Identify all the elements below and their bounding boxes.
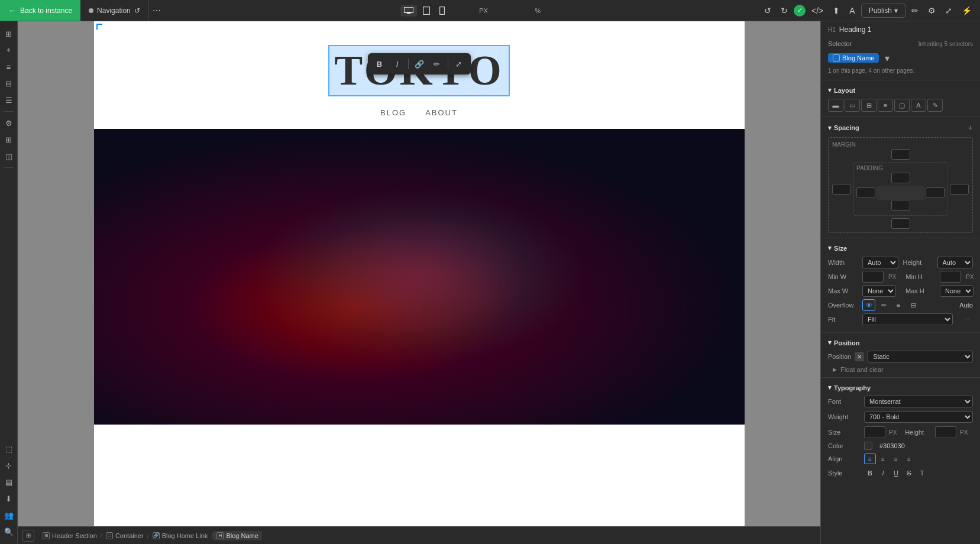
min-h-input[interactable]: 0 (940, 271, 961, 283)
display-custom-button[interactable]: ✎ (927, 99, 943, 112)
padding-label: PADDING (856, 165, 945, 171)
bold-format-button[interactable]: B (371, 56, 388, 72)
width-select[interactable]: Auto (862, 257, 898, 268)
position-x-badge[interactable]: ✕ (855, 352, 864, 361)
blog-nav-link[interactable]: BLOG (380, 108, 406, 117)
style-bold-button[interactable]: B (864, 468, 876, 478)
expand-format-button[interactable]: ⤢ (451, 56, 467, 72)
margin-top-input[interactable]: 0 (891, 149, 910, 160)
sidebar-icon-cursor[interactable]: ⊹ (1, 458, 17, 473)
display-block-button[interactable]: ▬ (828, 99, 843, 112)
font-size-input[interactable]: 53 (864, 426, 885, 438)
sidebar-icon-pages[interactable]: ⊞ (1, 26, 17, 41)
position-select[interactable]: Static (868, 351, 973, 362)
top-bar-left: ← Back to instance Navigation ↺ ⋯ (0, 0, 164, 21)
line-height-input[interactable]: 57 (935, 426, 956, 438)
display-text-button[interactable]: A (911, 99, 926, 112)
typography-section-header[interactable]: ▾ Typography (821, 380, 980, 394)
height-select[interactable]: Auto (937, 257, 973, 268)
style-strike-button[interactable]: S (903, 468, 915, 478)
link-format-button[interactable]: 🔗 (411, 56, 428, 72)
overflow-auto-button[interactable]: ⊟ (907, 299, 920, 311)
spacing-add-button[interactable]: + (968, 123, 973, 132)
margin-left-input[interactable]: 0 (832, 184, 851, 195)
display-flex-button[interactable]: ≡ (878, 99, 893, 112)
breadcrumb-container[interactable]: □ Container (102, 531, 147, 540)
layout-section-header[interactable]: ▾ Layout (821, 83, 980, 96)
style-caps-button[interactable]: T (916, 468, 928, 478)
breadcrumb-blog-home-link[interactable]: 🔗 Blog Home Link (149, 531, 212, 540)
sidebar-icon-settings[interactable]: ⚙ (1, 115, 17, 131)
spacing-grid: MARGIN 0 0 PADDING 0 0 0 0 (821, 135, 980, 235)
tablet-view-button[interactable] (419, 4, 434, 17)
sidebar-icon-grid[interactable]: ⊞ (1, 132, 17, 147)
padding-right-input[interactable]: 0 (926, 187, 945, 198)
display-grid-button[interactable]: ⊞ (861, 99, 876, 112)
style-format-button[interactable]: ✏ (429, 56, 445, 72)
align-left-button[interactable]: ≡ (864, 454, 876, 464)
canvas-zoom-input[interactable]: 100 (511, 7, 532, 15)
sidebar-icon-components[interactable]: ⊟ (1, 76, 17, 91)
padding-left-input[interactable]: 0 (856, 187, 875, 198)
overflow-hidden-button[interactable]: ✏ (877, 299, 890, 311)
align-center-button[interactable]: ≡ (877, 454, 889, 464)
margin-bottom-input[interactable]: 0 (891, 218, 910, 229)
fit-more-button[interactable]: ⋯ (960, 313, 973, 325)
more-options-button[interactable]: ⋯ (149, 4, 164, 18)
weight-select[interactable]: 700 - Bold (864, 411, 973, 423)
publish-button[interactable]: Publish ▾ (861, 4, 905, 18)
sidebar-icon-add[interactable]: ◫ (1, 148, 17, 164)
arrows-button[interactable]: ⤢ (942, 4, 956, 18)
redo-button[interactable]: ↻ (777, 4, 791, 18)
float-row[interactable]: ▶ Float and clear (821, 364, 980, 375)
selector-chip[interactable]: Blog Name (828, 53, 879, 63)
font-select[interactable]: Montserrat (864, 396, 973, 407)
sidebar-icon-layers[interactable]: ≡ (1, 59, 17, 75)
spacing-section-header[interactable]: ▾ Spacing + (821, 119, 980, 135)
sidebar-icon-zoom[interactable]: 🔍 (1, 524, 17, 539)
align-justify-button[interactable]: ≡ (903, 454, 915, 464)
bottom-grid-button[interactable]: ⊞ (22, 530, 34, 542)
sidebar-icon-image[interactable]: ⬚ (1, 441, 17, 456)
lightning-button[interactable]: ⚡ (958, 4, 975, 18)
settings-button[interactable]: ⚙ (924, 4, 939, 18)
selector-expand-button[interactable]: ▾ (882, 53, 892, 64)
mobile-view-button[interactable] (436, 4, 448, 17)
max-w-select[interactable]: None (862, 285, 896, 297)
style-italic-button[interactable]: I (877, 468, 889, 478)
padding-bottom-input[interactable]: 0 (891, 200, 910, 211)
display-inline-button[interactable]: ▭ (845, 99, 860, 112)
sidebar-icon-bars[interactable]: ▤ (1, 474, 17, 490)
navigation-label[interactable]: Navigation ↺ (80, 0, 149, 21)
size-section-header[interactable]: ▾ Size (821, 241, 980, 254)
text-icon-button[interactable]: A (846, 4, 858, 18)
code-toggle-button[interactable]: </> (808, 4, 827, 18)
sidebar-icon-download[interactable]: ⬇ (1, 491, 17, 506)
overflow-scroll-button[interactable]: ≡ (892, 299, 905, 311)
selector-label: Selector (828, 40, 852, 47)
overflow-visible-button[interactable]: 👁 (862, 299, 875, 311)
sidebar-icon-assets[interactable]: ☰ (1, 92, 17, 108)
breadcrumb-blog-name[interactable]: H Blog Name (213, 531, 261, 540)
back-to-instance-button[interactable]: ← Back to instance (0, 0, 80, 21)
about-nav-link[interactable]: ABOUT (425, 108, 458, 117)
pencil-tool-button[interactable]: ✏ (908, 4, 922, 18)
italic-format-button[interactable]: I (389, 56, 406, 72)
sidebar-icon-users[interactable]: 👥 (1, 507, 17, 523)
style-underline-button[interactable]: U (890, 468, 902, 478)
max-h-select[interactable]: None (940, 285, 973, 297)
share-button[interactable]: ⬆ (829, 4, 843, 18)
position-section-header[interactable]: ▾ Position (821, 335, 980, 349)
sidebar-icon-search[interactable]: ⌖ (1, 43, 17, 58)
undo-button[interactable]: ↺ (761, 4, 775, 18)
padding-top-input[interactable]: 0 (891, 173, 910, 183)
min-w-input[interactable]: 0 (862, 271, 884, 283)
color-swatch[interactable] (864, 442, 872, 450)
display-none-button[interactable]: ▢ (894, 99, 910, 112)
align-right-button[interactable]: ≡ (890, 454, 902, 464)
breadcrumb-header-section[interactable]: ⊞ Header Section (39, 531, 101, 540)
fit-select[interactable]: Fill (862, 313, 953, 325)
margin-right-input[interactable]: 0 (950, 184, 969, 195)
canvas-width-input[interactable]: 1387 (455, 7, 477, 15)
desktop-view-button[interactable] (400, 5, 417, 17)
